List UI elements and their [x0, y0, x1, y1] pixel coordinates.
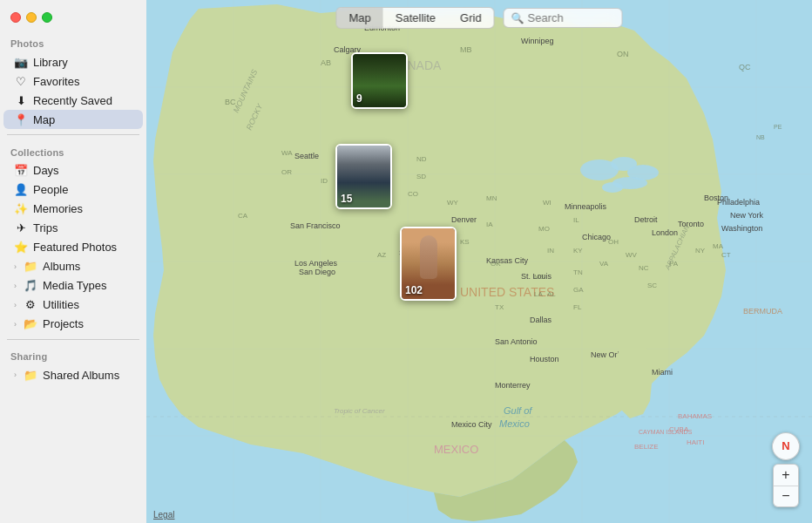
zoom-controls: + −	[773, 464, 799, 508]
people-icon: 👤	[14, 183, 28, 197]
legal-link[interactable]: Legal	[153, 510, 174, 520]
svg-text:BAHAMAS: BAHAMAS	[678, 412, 712, 420]
svg-text:WV: WV	[626, 251, 638, 259]
tab-map[interactable]: Map	[336, 8, 382, 28]
divider-2	[7, 339, 139, 340]
sidebar-item-map[interactable]: 📍 Map	[3, 110, 143, 129]
photo-thumbnail-northwest: 9	[351, 52, 408, 109]
sidebar-item-albums[interactable]: › 📁 Albums	[3, 257, 143, 276]
svg-text:Mexico City: Mexico City	[451, 420, 492, 429]
svg-text:IA: IA	[486, 221, 493, 228]
sidebar-item-projects[interactable]: › 📂 Projects	[3, 315, 143, 334]
sidebar-item-label: Memories	[33, 202, 83, 215]
minimize-button[interactable]	[26, 12, 37, 23]
svg-text:Monterrey: Monterrey	[495, 381, 531, 390]
svg-text:AB: AB	[321, 58, 331, 67]
svg-text:QC: QC	[739, 63, 751, 71]
svg-text:Dallas: Dallas	[530, 316, 552, 324]
zoom-in-button[interactable]: +	[774, 465, 798, 486]
svg-text:BERMUDA: BERMUDA	[743, 307, 782, 316]
svg-text:Chicago: Chicago	[582, 233, 611, 241]
svg-text:Gulf of: Gulf of	[504, 405, 532, 416]
maximize-button[interactable]	[42, 12, 52, 23]
photo-thumbnail-california: 102	[400, 227, 457, 301]
svg-text:KS: KS	[460, 238, 470, 246]
chevron-right-icon: ›	[14, 301, 17, 309]
sidebar-item-memories[interactable]: ✨ Memories	[3, 200, 143, 219]
svg-text:KY: KY	[573, 247, 583, 255]
svg-text:OR: OR	[281, 168, 292, 176]
sidebar-item-featured-photos[interactable]: ⭐ Featured Photos	[3, 238, 143, 257]
sidebar-item-label: Days	[33, 164, 59, 177]
svg-text:San Francisco: San Francisco	[290, 221, 341, 230]
favorites-icon: ♡	[14, 74, 28, 88]
sidebar-item-days[interactable]: 📅 Days	[3, 161, 143, 180]
svg-text:Detroit: Detroit	[634, 215, 658, 224]
svg-text:OK: OK	[491, 260, 501, 268]
sidebar-item-recently-saved[interactable]: ⬇ Recently Saved	[3, 91, 143, 110]
svg-text:MS: MS	[534, 273, 545, 281]
svg-text:SD: SD	[416, 173, 426, 180]
map-controls: N + −	[772, 432, 800, 508]
sidebar-item-utilities[interactable]: › ⚙ Utilities	[3, 295, 143, 315]
sidebar-item-media-types[interactable]: › 🎵 Media Types	[3, 276, 143, 295]
svg-text:CA: CA	[238, 212, 248, 220]
sidebar-item-library[interactable]: 📷 Library	[3, 52, 143, 71]
svg-text:SC: SC	[647, 282, 657, 289]
svg-text:BELIZE: BELIZE	[634, 443, 659, 451]
library-icon: 📷	[14, 55, 28, 69]
svg-text:PE: PE	[774, 124, 782, 130]
svg-text:Boston: Boston	[704, 194, 728, 202]
pin-pacific[interactable]: 15	[335, 144, 392, 209]
svg-text:ID: ID	[321, 177, 328, 185]
pin-california[interactable]: 102	[400, 227, 457, 301]
zoom-out-button[interactable]: −	[774, 486, 798, 506]
sidebar-item-favorites[interactable]: ♡ Favorites	[3, 71, 143, 91]
svg-text:WY: WY	[447, 199, 459, 207]
chevron-right-icon: ›	[14, 370, 17, 379]
pin-count: 102	[405, 284, 423, 296]
projects-icon: 📂	[24, 317, 37, 331]
pin-count: 15	[341, 193, 352, 205]
collections-section-label: Collections	[0, 140, 146, 161]
search-input[interactable]	[528, 11, 615, 24]
divider-1	[7, 134, 139, 135]
sidebar-item-people[interactable]: 👤 People	[3, 180, 143, 200]
map-background: Gulf of Mexico ROCKY MOUNTAINS APPALACHI…	[146, 0, 812, 523]
photo-thumbnail-pacific: 15	[335, 144, 392, 209]
chevron-right-icon: ›	[14, 262, 17, 271]
sidebar-item-label: Library	[33, 56, 68, 69]
featured-photos-icon: ⭐	[14, 241, 28, 255]
svg-text:IN: IN	[547, 247, 554, 255]
svg-text:WA: WA	[281, 149, 293, 157]
sidebar-item-label: Albums	[43, 260, 80, 273]
svg-text:PA: PA	[669, 260, 679, 268]
search-box[interactable]: 🔍	[504, 8, 623, 28]
sharing-section-label: Sharing	[0, 344, 146, 365]
close-button[interactable]	[10, 12, 21, 23]
svg-text:Tropic of Cancer: Tropic of Cancer	[334, 407, 385, 415]
pin-northwest[interactable]: 9	[351, 52, 408, 109]
svg-text:CAYMAN ISLANDS: CAYMAN ISLANDS	[639, 429, 693, 435]
tab-satellite[interactable]: Satellite	[383, 8, 448, 28]
svg-text:AL: AL	[547, 290, 556, 298]
svg-text:CO: CO	[408, 190, 418, 198]
utilities-icon: ⚙	[24, 298, 37, 312]
compass[interactable]: N	[772, 432, 800, 460]
sidebar-item-label: Shared Albums	[43, 369, 119, 382]
svg-text:NC: NC	[639, 264, 649, 272]
svg-text:ON: ON	[617, 50, 629, 58]
svg-text:LA: LA	[534, 290, 543, 298]
map-view[interactable]: Gulf of Mexico ROCKY MOUNTAINS APPALACHI…	[146, 0, 812, 523]
sidebar-item-label: Utilities	[43, 298, 79, 311]
sidebar-item-label: Featured Photos	[33, 241, 117, 254]
shared-albums-icon: 📁	[24, 368, 37, 382]
sidebar-item-shared-albums[interactable]: › 📁 Shared Albums	[3, 365, 143, 384]
sidebar-item-trips[interactable]: ✈ Trips	[3, 219, 143, 238]
tab-grid[interactable]: Grid	[448, 8, 494, 28]
svg-text:NY: NY	[695, 247, 706, 255]
svg-text:BC: BC	[225, 98, 236, 106]
toolbar: Map Satellite Grid 🔍	[335, 7, 622, 29]
svg-text:FL: FL	[573, 303, 582, 311]
svg-text:New York: New York	[730, 211, 764, 220]
